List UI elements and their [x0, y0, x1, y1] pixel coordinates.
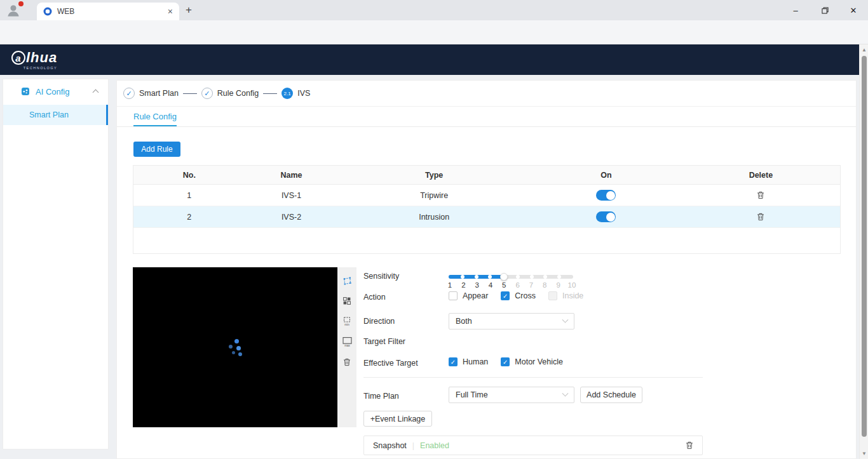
logo-subtext: TECHNOLOGY — [11, 66, 57, 70]
profile-notification-dot — [18, 1, 24, 6]
video-preview-canvas[interactable] — [133, 267, 337, 427]
cell-type: Intrusion — [337, 213, 531, 222]
table-row[interactable]: 2 IVS-2 Intrusion — [133, 206, 840, 228]
snapshot-label: Snapshot — [373, 441, 407, 450]
step-label-ivs: IVS — [297, 89, 310, 98]
step-label-rule-config: Rule Config — [217, 89, 259, 98]
checkbox-human[interactable]: ✓ — [449, 357, 458, 366]
cell-no: 2 — [133, 213, 245, 222]
step-connector — [183, 93, 197, 94]
rule-point[interactable] — [236, 346, 241, 350]
checkbox-cross[interactable]: ✓ — [501, 291, 510, 300]
table-empty-space — [133, 228, 840, 253]
logo-text: lhua — [26, 50, 57, 66]
sensitivity-slider[interactable] — [449, 275, 573, 279]
clear-drawing-trash-icon[interactable] — [343, 355, 351, 369]
rule-on-toggle[interactable] — [596, 211, 616, 222]
cell-no: 1 — [133, 191, 245, 200]
column-header-on: On — [531, 171, 682, 180]
browser-tab[interactable]: WEB × — [37, 3, 179, 20]
slider-knob[interactable] — [500, 273, 508, 281]
delete-trash-icon[interactable] — [757, 191, 764, 199]
event-linkage-button[interactable]: +Event Linkage — [363, 411, 432, 427]
checkbox-appear[interactable] — [449, 291, 458, 300]
rule-point[interactable] — [229, 345, 233, 349]
slider-stop — [461, 275, 465, 279]
scrollbar-down-arrow[interactable]: ▼ — [862, 451, 867, 456]
slider-stop — [475, 275, 478, 279]
add-rule-button[interactable]: Add Rule — [133, 142, 180, 157]
add-schedule-button[interactable]: Add Schedule — [580, 387, 642, 403]
slider-stop — [516, 275, 520, 279]
checkbox-motor-vehicle[interactable]: ✓ — [501, 357, 510, 366]
snapshot-delete-trash-icon[interactable] — [686, 441, 693, 449]
checkbox-motor-vehicle-label: Motor Vehicle — [515, 357, 563, 366]
chevron-down-icon — [562, 316, 569, 323]
checkbox-cross-label: Cross — [515, 291, 536, 300]
sidebar: AI Config Smart Plan — [3, 79, 109, 449]
step-connector — [263, 93, 277, 94]
sidebar-item-label: Smart Plan — [29, 110, 69, 119]
column-header-type: Type — [337, 171, 531, 180]
tab-rule-config[interactable]: Rule Config — [133, 112, 177, 121]
page-scrollbar[interactable]: ▲ ▼ — [859, 44, 868, 459]
effective-target-label: Effective Target — [363, 359, 418, 368]
tab-favicon — [43, 7, 52, 16]
window-close-button[interactable]: ✕ — [839, 0, 868, 20]
window-minimize-button[interactable]: – — [781, 0, 810, 20]
app-header: alhua TECHNOLOGY ⌂ AI admin ⚙ — [0, 44, 868, 75]
cell-type: Tripwire — [337, 191, 531, 200]
rules-table: No. Name Type On Delete 1 IVS-1 Tripwire… — [133, 165, 841, 254]
dahua-logo: alhua TECHNOLOGY — [11, 50, 57, 70]
screen: WEB × + – ✕ ← 不安全 | 192.168.1.108 — [0, 0, 868, 459]
step-current-badge[interactable]: 2.1 — [281, 88, 293, 99]
time-plan-select[interactable]: Full Time — [449, 387, 574, 403]
effective-target-options: ✓ Human ✓ Motor Vehicle — [449, 357, 571, 366]
browser-profile-button[interactable] — [5, 2, 23, 18]
checkbox-human-label: Human — [463, 357, 488, 366]
direction-select[interactable]: Both — [449, 313, 574, 329]
scrollbar-up-arrow[interactable]: ▲ — [862, 47, 867, 53]
pixel-counter-tool[interactable] — [342, 294, 351, 308]
step-done-icon[interactable]: ✓ — [201, 88, 213, 99]
action-options: Appear ✓ Cross Inside — [449, 291, 591, 300]
restore-icon — [822, 7, 829, 14]
rule-point[interactable] — [238, 352, 242, 356]
scrollbar-thumb[interactable] — [862, 56, 867, 437]
column-header-no: No. — [133, 171, 245, 180]
max-size-tool[interactable]: max — [342, 335, 353, 349]
slider-stop — [530, 275, 534, 279]
new-tab-button[interactable]: + — [186, 4, 192, 17]
delete-trash-icon[interactable] — [757, 213, 764, 221]
window-restore-button[interactable] — [810, 0, 839, 20]
draw-polygon-tool[interactable] — [342, 274, 352, 288]
step-done-icon[interactable]: ✓ — [123, 88, 135, 99]
cell-name: IVS-2 — [245, 213, 338, 222]
tab-close-icon[interactable]: × — [168, 7, 173, 16]
snapshot-divider: | — [412, 441, 414, 450]
ai-config-icon — [21, 87, 30, 96]
sensitivity-label: Sensitivity — [363, 272, 399, 281]
chevron-down-icon — [562, 390, 569, 396]
min-size-tool[interactable]: min — [342, 314, 352, 328]
column-header-delete: Delete — [682, 171, 840, 180]
snapshot-status: Enabled — [420, 441, 449, 450]
logo-a-mark: a — [11, 51, 25, 65]
checkbox-appear-label: Appear — [463, 291, 488, 300]
column-header-name: Name — [245, 171, 338, 180]
rule-on-toggle[interactable] — [596, 190, 616, 201]
target-filter-label: Target Filter — [363, 337, 405, 346]
table-row[interactable]: 1 IVS-1 Tripwire — [133, 185, 840, 206]
sidebar-group-ai-config[interactable]: AI Config — [3, 79, 108, 103]
rule-point[interactable] — [232, 351, 235, 354]
table-header-row: No. Name Type On Delete — [133, 166, 840, 185]
chevron-up-icon[interactable] — [93, 90, 99, 96]
time-plan-value: Full Time — [456, 390, 488, 399]
rule-point[interactable] — [234, 339, 239, 343]
tab-title: WEB — [57, 7, 168, 16]
wizard-stepper: ✓ Smart Plan ✓ Rule Config 2.1 IVS — [123, 88, 310, 99]
action-label: Action — [363, 293, 386, 302]
browser-titlebar: WEB × + – ✕ — [0, 0, 868, 20]
sidebar-item-smart-plan[interactable]: Smart Plan — [3, 105, 108, 125]
sidebar-group-label: AI Config — [36, 87, 69, 96]
